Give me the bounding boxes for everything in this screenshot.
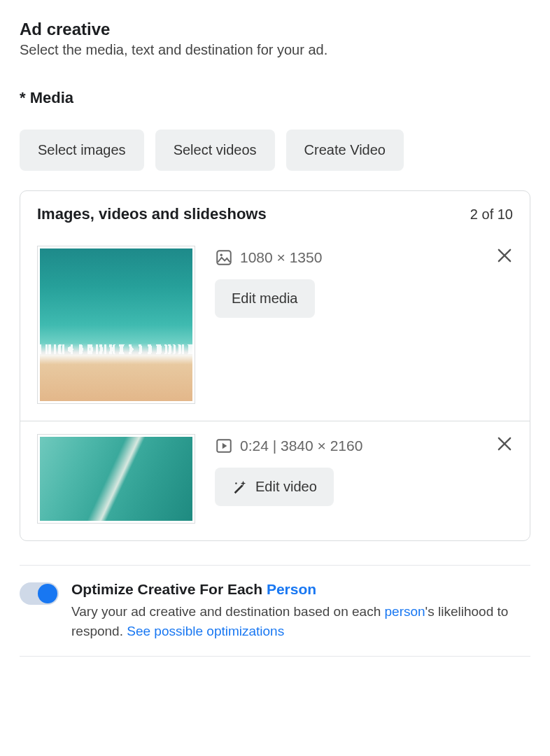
svg-point-1: [220, 253, 222, 255]
svg-rect-0: [217, 251, 231, 265]
person-link-inline[interactable]: person: [385, 604, 425, 619]
page-subtitle: Select the media, text and destination f…: [20, 42, 530, 58]
optimize-title: Optimize Creative For Each Person: [71, 581, 530, 598]
media-dimensions: 1080 × 1350: [215, 248, 513, 267]
magic-wand-icon: [232, 479, 247, 495]
select-videos-button[interactable]: Select videos: [155, 130, 275, 171]
section-divider: [20, 565, 530, 566]
media-panel-header: Images, videos and slideshows 2 of 10: [20, 191, 530, 233]
required-asterisk: *: [20, 89, 30, 106]
media-dimensions-text: 0:24 | 3840 × 2160: [240, 438, 362, 454]
optimize-body: Optimize Creative For Each Person Vary y…: [71, 581, 530, 640]
media-dimensions-text: 1080 × 1350: [240, 249, 322, 266]
media-item: 1080 × 1350 Edit media: [20, 233, 530, 421]
edit-media-button[interactable]: Edit media: [215, 279, 315, 318]
video-icon: [215, 437, 233, 455]
svg-point-3: [235, 482, 237, 484]
media-info: 1080 × 1350 Edit media: [215, 246, 513, 318]
media-thumbnail[interactable]: [37, 434, 195, 524]
media-thumbnail-image: [40, 248, 192, 401]
media-dimensions: 0:24 | 3840 × 2160: [215, 437, 513, 455]
optimize-creative-row: Optimize Creative For Each Person Vary y…: [20, 581, 530, 640]
see-optimizations-link[interactable]: See possible optimizations: [127, 624, 284, 638]
remove-media-button[interactable]: [495, 434, 514, 454]
page-title: Ad creative: [20, 20, 530, 39]
remove-media-button[interactable]: [495, 246, 514, 265]
create-video-button[interactable]: Create Video: [286, 130, 404, 171]
media-thumbnail-image: [40, 437, 192, 521]
section-divider: [20, 656, 530, 657]
media-item: 0:24 | 3840 × 2160 Edit video: [20, 421, 530, 540]
media-panel-count: 2 of 10: [470, 206, 513, 223]
edit-video-button[interactable]: Edit video: [215, 468, 334, 506]
media-thumbnail[interactable]: [37, 246, 195, 404]
media-panel-title: Images, videos and slideshows: [37, 205, 267, 223]
optimize-creative-toggle[interactable]: [20, 582, 59, 605]
image-icon: [215, 248, 233, 267]
media-buttons-row: Select images Select videos Create Video: [20, 130, 530, 171]
media-field-label: * Media: [20, 89, 530, 107]
media-panel: Images, videos and slideshows 2 of 10 10…: [20, 190, 530, 541]
close-icon: [495, 246, 514, 265]
close-icon: [495, 434, 514, 454]
person-link[interactable]: Person: [267, 581, 316, 597]
toggle-knob: [38, 584, 57, 603]
select-images-button[interactable]: Select images: [20, 130, 144, 171]
media-info: 0:24 | 3840 × 2160 Edit video: [215, 434, 513, 506]
optimize-description: Vary your ad creative and destination ba…: [71, 602, 530, 640]
